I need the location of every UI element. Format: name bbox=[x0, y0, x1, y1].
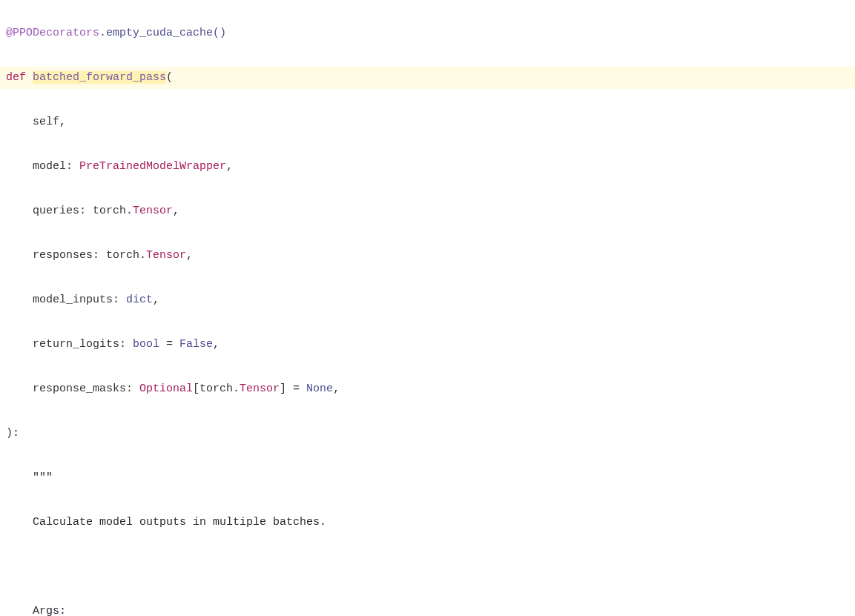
comma: , bbox=[213, 338, 219, 351]
code-line: Calculate model outputs in multiple batc… bbox=[0, 511, 855, 534]
param-responses-name: responses: torch. bbox=[33, 249, 146, 262]
param-self: self, bbox=[33, 116, 66, 128]
bracket-close: ] = bbox=[280, 382, 306, 395]
code-line: Args: bbox=[0, 600, 855, 616]
decorator-method: .empty_cuda_cache() bbox=[99, 27, 226, 39]
code-line: ): bbox=[0, 423, 855, 445]
comma: , bbox=[333, 382, 340, 395]
function-name: batched_forward_pass bbox=[33, 71, 166, 84]
code-line: responses: torch.Tensor, bbox=[0, 245, 855, 267]
tensor-type: Tensor bbox=[240, 382, 280, 395]
comma: , bbox=[173, 205, 179, 217]
bracket-open: [torch. bbox=[193, 382, 240, 395]
param-return-logits: return_logits: bbox=[33, 338, 133, 351]
docstring-open: """ bbox=[33, 471, 53, 484]
code-line: model: PreTrainedModelWrapper, bbox=[0, 156, 855, 178]
decorator-class: @PPODecorators bbox=[6, 27, 99, 39]
comma: , bbox=[153, 294, 159, 306]
comma: , bbox=[226, 160, 233, 173]
dict-type: dict bbox=[126, 294, 153, 306]
false-constant: False bbox=[179, 338, 213, 351]
optional-type: Optional bbox=[139, 382, 193, 395]
param-response-masks: response_masks: bbox=[33, 382, 139, 395]
code-block: @PPODecorators.empty_cuda_cache() def ba… bbox=[0, 0, 855, 616]
code-line: queries: torch.Tensor, bbox=[0, 200, 855, 222]
args-header: Args: bbox=[33, 605, 66, 616]
code-line: model_inputs: dict, bbox=[0, 289, 855, 311]
code-line: self, bbox=[0, 111, 855, 133]
comma: , bbox=[186, 249, 193, 262]
param-model-type: PreTrainedModelWrapper bbox=[79, 160, 226, 173]
param-queries-name: queries: torch. bbox=[33, 205, 133, 217]
param-model-inputs: model_inputs: bbox=[33, 294, 126, 306]
code-line bbox=[0, 556, 855, 578]
code-line: response_masks: Optional[torch.Tensor] =… bbox=[0, 378, 855, 400]
docstring-desc: Calculate model outputs in multiple batc… bbox=[33, 516, 326, 529]
open-paren: ( bbox=[166, 71, 173, 84]
close-paren: ): bbox=[6, 427, 19, 440]
equals: = bbox=[159, 338, 179, 351]
code-line: return_logits: bool = False, bbox=[0, 334, 855, 356]
bool-type: bool bbox=[133, 338, 159, 351]
param-responses-type: Tensor bbox=[146, 249, 186, 262]
keyword-def: def bbox=[6, 71, 26, 84]
code-line: def batched_forward_pass( bbox=[0, 67, 855, 89]
param-queries-type: Tensor bbox=[133, 205, 173, 217]
code-line: """ bbox=[0, 467, 855, 489]
none-constant: None bbox=[306, 382, 333, 395]
code-line: @PPODecorators.empty_cuda_cache() bbox=[0, 22, 855, 44]
param-model-name: model: bbox=[33, 160, 79, 173]
